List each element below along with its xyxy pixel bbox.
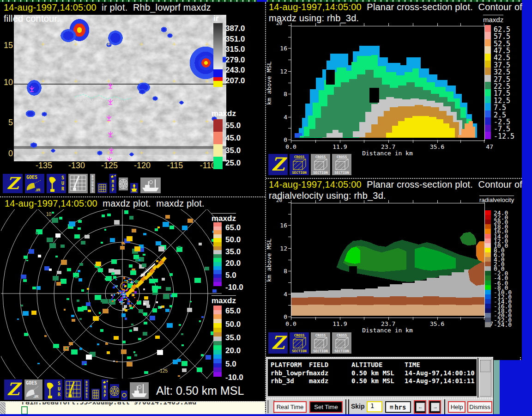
step-back-button[interactable]: ← <box>414 400 426 414</box>
help-button[interactable]: Help <box>448 401 466 413</box>
radar-echo-core <box>126 297 127 298</box>
terminal-window[interactable]: rain.beaufort:55>xdump.all 970814.1405.x… <box>0 401 265 414</box>
step-forward-button[interactable]: → <box>429 400 441 414</box>
real-time-button[interactable]: Real Time <box>273 401 307 413</box>
toolbar-button-cross-section[interactable]: CROSS SECTION <box>332 332 352 354</box>
toolbar-button-ship[interactable] <box>129 382 149 399</box>
status-cell: rhb_lowprf <box>271 369 309 377</box>
colorbar-label: 55.0 <box>225 121 241 130</box>
radar-echo <box>86 355 92 359</box>
x-top-tick <box>364 23 364 26</box>
scrollbar-thumb[interactable] <box>480 360 490 372</box>
radar-echo-core <box>118 293 120 294</box>
svg-text:S: S <box>92 190 94 193</box>
grid-cross: + <box>139 77 144 85</box>
radar-echo <box>121 349 127 354</box>
toolbar-button-cross-section[interactable]: CROSS SECTION <box>332 153 352 176</box>
toolbar-button-cross-section[interactable]: CROSS SECTION <box>310 153 331 176</box>
xsec1-title-line2: maxdz using: rhb_3d. <box>269 13 359 24</box>
toolbar-button-zebra[interactable]: Z <box>2 173 23 194</box>
radar-echo <box>181 344 184 346</box>
y-axis-title: km above MSL <box>266 61 272 105</box>
toolbar-button-radar-sur[interactable]: SUR <box>44 379 63 400</box>
radar-echo <box>55 233 60 238</box>
toolbar-button-circle[interactable] <box>121 390 128 400</box>
toolbar-button-grid-curve[interactable] <box>68 173 88 194</box>
radar-echo <box>96 262 101 266</box>
radar-echo <box>129 305 132 307</box>
toolbar-button-radar-sur[interactable]: SUR <box>46 173 66 194</box>
range-rings <box>1 209 222 379</box>
status-header: PLATFORM <box>271 361 302 368</box>
radar-echo <box>143 303 145 305</box>
hrs-label: hrs <box>394 404 406 411</box>
colorbar-segment <box>485 67 491 75</box>
xsec2-title: 14-aug-1997,14:05:00 Planar cross-sectio… <box>269 179 522 190</box>
toolbar-button-cross-section[interactable]: CROSS SECTION <box>289 332 309 354</box>
toolbar-button-ship[interactable] <box>140 177 161 194</box>
radar-echo <box>177 359 181 362</box>
radar-echo <box>107 351 110 354</box>
toolbar-button-polar-rings[interactable] <box>109 384 120 398</box>
colorbar-segment <box>213 355 222 359</box>
radar-echo <box>199 320 201 322</box>
toolbar-button-zebra[interactable]: Z <box>268 153 288 176</box>
toolbar-button-goes-ir[interactable]: GOES.IR <box>24 173 45 194</box>
set-time-button[interactable]: Set Time <box>309 401 343 413</box>
status-cell: 14-Aug-97,14:01:11 <box>405 377 475 385</box>
toolbar-button-zebra[interactable]: Z <box>268 332 288 354</box>
radar-echo <box>114 336 119 340</box>
grid-cross: + <box>205 40 209 48</box>
cloud-top-blob <box>167 33 173 38</box>
radar-ppi-panel: 14-aug-1997,14:05:00 maxdz plot. maxdz p… <box>0 196 265 402</box>
xsec2-title-line2: radialvelocity using: rhb_3d. <box>269 190 386 201</box>
toolbar-button-buoy[interactable] <box>130 183 139 194</box>
toolbar-button-cross-section[interactable]: CROSS SECTION <box>310 332 331 354</box>
radar-echo <box>163 294 169 299</box>
radar-echo <box>85 235 90 239</box>
colorbar-segment <box>485 25 491 32</box>
lat-tick-label: 5 <box>2 118 13 128</box>
map-horizontal-line <box>14 84 226 85</box>
y-tick <box>288 225 291 226</box>
toolbar-button-zebra[interactable]: Z <box>4 379 23 400</box>
map-light-band <box>14 149 226 155</box>
colorbar-segment <box>485 110 491 118</box>
toolbar-button-polar-rings[interactable] <box>118 177 128 191</box>
radar-echo-core <box>122 290 123 292</box>
radar-echo <box>139 309 143 313</box>
toolbar-button-cross-section[interactable]: CROSS SECTION <box>289 153 309 176</box>
svg-text:U: U <box>58 386 60 392</box>
map-icon: MAP <box>102 379 108 400</box>
skip-input[interactable]: 1 ^ <box>367 401 382 412</box>
hrs-button[interactable]: ▤hrs <box>385 401 411 413</box>
toolbar-button-bounds[interactable]: BOUNDS <box>90 173 96 194</box>
y-tick <box>288 305 291 306</box>
y-tick <box>288 294 291 294</box>
radar-echo <box>169 226 175 230</box>
colorbar-segment <box>485 229 491 234</box>
dismiss-button[interactable]: Dismiss <box>467 401 492 413</box>
colorbar-segment <box>213 310 222 315</box>
toolbar-button-map[interactable]: MAP <box>109 173 117 194</box>
status-divider <box>478 358 478 398</box>
radar-echo <box>75 276 78 278</box>
svg-text:Z: Z <box>6 174 21 193</box>
radar-echo <box>160 306 162 308</box>
satellite-image-canvas[interactable]: ++++++++++++++++++++++++ <box>14 15 226 161</box>
toolbar-button-goes-ir[interactable]: GOES.IR <box>24 379 43 400</box>
svg-text:SECTION: SECTION <box>292 349 307 353</box>
x-tick <box>315 317 316 320</box>
radar-echo <box>56 282 61 286</box>
status-scrollbar[interactable] <box>479 359 491 397</box>
colorbar-segment <box>485 322 491 327</box>
toolbar-button-small-grid[interactable] <box>91 388 100 400</box>
toolbar-button-bounds[interactable]: BOUNDS <box>84 379 90 400</box>
radar-echo <box>79 348 82 350</box>
radar-echo <box>157 286 161 289</box>
radar-ppi-canvas[interactable] <box>1 209 222 379</box>
radar-echo-core <box>121 299 121 300</box>
toolbar-button-small-grid[interactable] <box>97 183 108 194</box>
toolbar-button-map[interactable]: MAP <box>101 379 109 400</box>
toolbar-button-grid-curve[interactable] <box>64 379 83 400</box>
